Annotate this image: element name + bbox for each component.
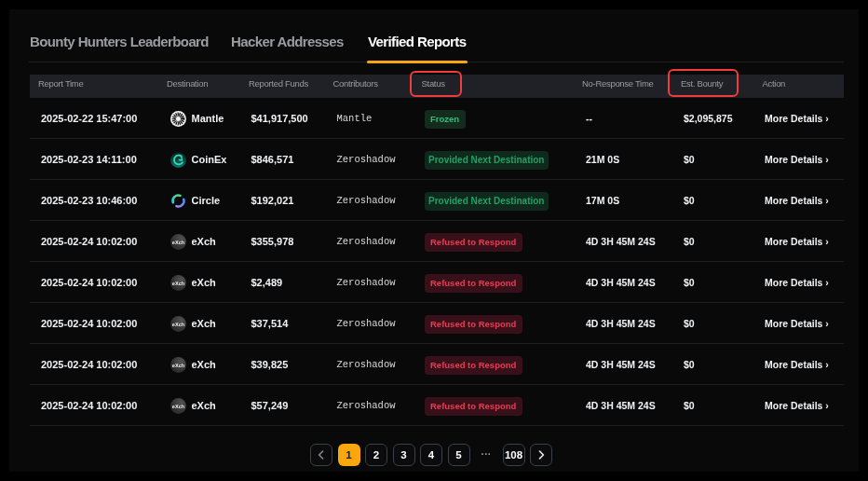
svg-text:eXch: eXch [171, 362, 184, 367]
svg-text:eXch: eXch [171, 321, 184, 326]
svg-text:eXch: eXch [171, 403, 184, 408]
svg-text:eXch: eXch [171, 239, 184, 244]
svg-text:eXch: eXch [171, 280, 184, 285]
